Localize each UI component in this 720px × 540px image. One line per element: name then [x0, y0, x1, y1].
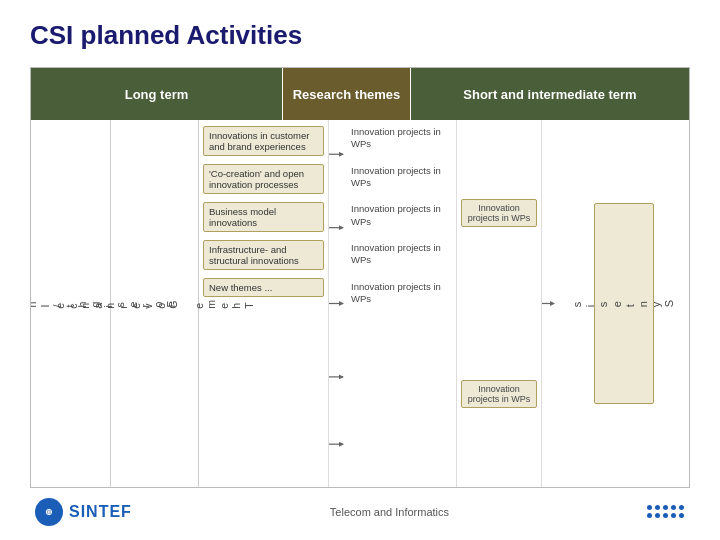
diagram-container: Long term Research themes Short and inte… — [30, 67, 690, 488]
header-long-term: Long term — [31, 68, 283, 120]
innovation-col-1: Innovation projects in WPs Innovation pr… — [347, 120, 457, 487]
header-short-intermediate: Short and intermediate term — [411, 68, 689, 120]
synthesis-arrow-col — [542, 120, 558, 487]
theme-item-3: Infrastructure- and structural innovatio… — [203, 240, 324, 270]
header-research-themes: Research themes — [283, 68, 411, 120]
dot-10 — [679, 513, 684, 518]
dot-3 — [663, 505, 668, 510]
footer: ⊕ SINTEF Telecom and Informatics — [30, 494, 690, 530]
dot-4 — [671, 505, 676, 510]
dot-5 — [679, 505, 684, 510]
sintef-logo-icon: ⊕ — [35, 498, 63, 526]
footer-logo: ⊕ SINTEF — [35, 498, 132, 526]
theme-governance-label: ThemeGovernance — [54, 299, 256, 309]
innov1-item-0: Innovation projects in WPs — [351, 126, 452, 151]
theme-item-4: New themes ... — [203, 278, 324, 297]
theme-item-2: Business model innovations — [203, 202, 324, 232]
synthesis-box: Syntesis — [594, 203, 654, 405]
footer-dots — [647, 505, 685, 519]
theme-item-1: 'Co-creation' and open innovation proces… — [203, 164, 324, 194]
synthesis-cell: Syntesis — [558, 120, 689, 487]
footer-center-text: Telecom and Informatics — [330, 506, 449, 518]
synthesis-arrow-svg — [542, 120, 558, 487]
page-title: CSI planned Activities — [30, 20, 690, 51]
dot-8 — [663, 513, 668, 518]
innov1-item-1: Innovation projects in WPs — [351, 165, 452, 190]
dot-6 — [647, 513, 652, 518]
dot-1 — [647, 505, 652, 510]
body-area: Foresight/Insight ThemeGovernance Innova… — [31, 120, 689, 487]
innov1-item-2: Innovation projects in WPs — [351, 203, 452, 228]
theme-item-0: Innovations in customer and brand experi… — [203, 126, 324, 156]
dot-9 — [671, 513, 676, 518]
header-row: Long term Research themes Short and inte… — [31, 68, 689, 120]
innov1-item-3: Innovation projects in WPs — [351, 242, 452, 267]
dot-2 — [655, 505, 660, 510]
innov2-item-1: Innovation projects in WPs — [461, 380, 537, 408]
arrows-col — [329, 120, 347, 487]
arrows-svg — [329, 120, 347, 487]
innovation-col-2: Innovation projects in WPs Innovation pr… — [457, 120, 542, 487]
synthesis-label: Syntesis — [571, 299, 677, 307]
cell-theme-governance: ThemeGovernance — [111, 120, 199, 487]
innov1-item-4: Innovation projects in WPs — [351, 281, 452, 306]
innov2-item-0: Innovation projects in WPs — [461, 199, 537, 227]
dot-7 — [655, 513, 660, 518]
sintef-logo-text: SINTEF — [69, 503, 132, 521]
page: CSI planned Activities Long term Researc… — [0, 0, 720, 540]
